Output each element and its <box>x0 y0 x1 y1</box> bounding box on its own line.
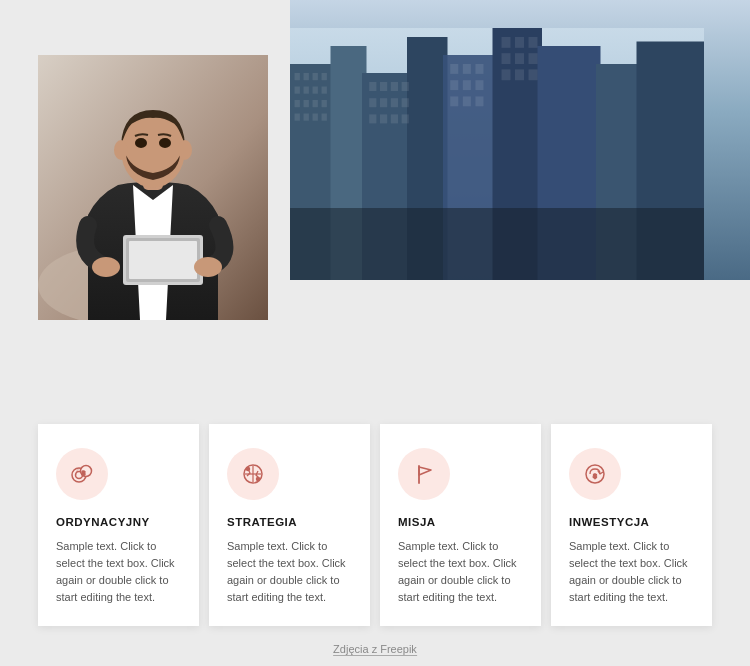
svg-rect-38 <box>450 64 458 74</box>
svg-rect-36 <box>391 114 398 123</box>
svg-rect-47 <box>502 37 511 48</box>
svg-rect-46 <box>475 96 483 106</box>
svg-rect-45 <box>463 96 471 106</box>
svg-rect-29 <box>402 82 409 91</box>
svg-point-68 <box>92 257 120 277</box>
svg-rect-12 <box>313 73 318 80</box>
svg-point-64 <box>159 138 171 148</box>
flag-icon <box>411 461 437 487</box>
images-section <box>0 0 750 320</box>
svg-rect-28 <box>391 82 398 91</box>
svg-rect-39 <box>463 64 471 74</box>
card-text-strategia: Sample text. Click to select the text bo… <box>227 538 352 606</box>
card-text-misja: Sample text. Click to select the text bo… <box>398 538 523 606</box>
svg-point-62 <box>178 140 192 160</box>
svg-rect-51 <box>515 53 524 64</box>
svg-rect-14 <box>295 87 300 94</box>
svg-rect-25 <box>322 114 327 121</box>
svg-rect-35 <box>380 114 387 123</box>
card-icon-ordynacyjny: $ <box>56 448 108 500</box>
card-title-ordynacyjny: ORDYNACYJNY <box>56 516 181 528</box>
svg-rect-48 <box>515 37 524 48</box>
strategy-icon <box>240 461 266 487</box>
svg-rect-52 <box>529 53 538 64</box>
svg-rect-53 <box>502 69 511 80</box>
card-icon-misja <box>398 448 450 500</box>
svg-rect-19 <box>304 100 309 107</box>
svg-point-61 <box>114 140 128 160</box>
svg-rect-44 <box>450 96 458 106</box>
person-image <box>38 55 268 320</box>
svg-rect-23 <box>304 114 309 121</box>
svg-rect-54 <box>515 69 524 80</box>
svg-rect-67 <box>129 241 197 279</box>
svg-rect-18 <box>295 100 300 107</box>
svg-rect-40 <box>475 64 483 74</box>
svg-rect-24 <box>313 114 318 121</box>
card-icon-inwestycja: $ <box>569 448 621 500</box>
svg-rect-15 <box>304 87 309 94</box>
svg-rect-20 <box>313 100 318 107</box>
page-wrapper: $ ORDYNACYJNY Sample text. Click to sele… <box>0 0 750 666</box>
svg-rect-43 <box>475 80 483 90</box>
svg-rect-49 <box>529 37 538 48</box>
card-inwestycja[interactable]: $ INWESTYCJA Sample text. Click to selec… <box>551 424 712 626</box>
card-ordynacyjny[interactable]: $ ORDYNACYJNY Sample text. Click to sele… <box>38 424 199 626</box>
svg-rect-56 <box>290 208 704 280</box>
card-title-misja: MISJA <box>398 516 523 528</box>
svg-rect-10 <box>295 73 300 80</box>
card-text-inwestycja: Sample text. Click to select the text bo… <box>569 538 694 606</box>
svg-rect-37 <box>402 114 409 123</box>
city-image <box>290 0 750 280</box>
svg-point-69 <box>194 257 222 277</box>
svg-rect-41 <box>450 80 458 90</box>
coins-icon: $ <box>69 461 95 487</box>
svg-rect-17 <box>322 87 327 94</box>
card-title-strategia: STRATEGIA <box>227 516 352 528</box>
card-strategia[interactable]: STRATEGIA Sample text. Click to select t… <box>209 424 370 626</box>
svg-rect-55 <box>529 69 538 80</box>
svg-rect-31 <box>380 98 387 107</box>
footer-credit[interactable]: Zdjęcia z Freepik <box>333 643 417 656</box>
svg-rect-33 <box>402 98 409 107</box>
svg-point-63 <box>135 138 147 148</box>
svg-rect-26 <box>369 82 376 91</box>
card-icon-strategia <box>227 448 279 500</box>
svg-point-78 <box>257 477 260 480</box>
svg-rect-13 <box>322 73 327 80</box>
svg-rect-32 <box>391 98 398 107</box>
svg-rect-30 <box>369 98 376 107</box>
svg-rect-27 <box>380 82 387 91</box>
svg-rect-21 <box>322 100 327 107</box>
card-misja[interactable]: MISJA Sample text. Click to select the t… <box>380 424 541 626</box>
svg-rect-22 <box>295 114 300 121</box>
svg-rect-11 <box>304 73 309 80</box>
svg-point-77 <box>247 467 250 470</box>
svg-rect-16 <box>313 87 318 94</box>
svg-rect-34 <box>369 114 376 123</box>
investment-icon: $ <box>582 461 608 487</box>
svg-rect-42 <box>463 80 471 90</box>
svg-rect-50 <box>502 53 511 64</box>
card-title-inwestycja: INWESTYCJA <box>569 516 694 528</box>
cards-section: $ ORDYNACYJNY Sample text. Click to sele… <box>0 424 750 626</box>
card-text-ordynacyjny: Sample text. Click to select the text bo… <box>56 538 181 606</box>
svg-text:$: $ <box>593 473 597 479</box>
